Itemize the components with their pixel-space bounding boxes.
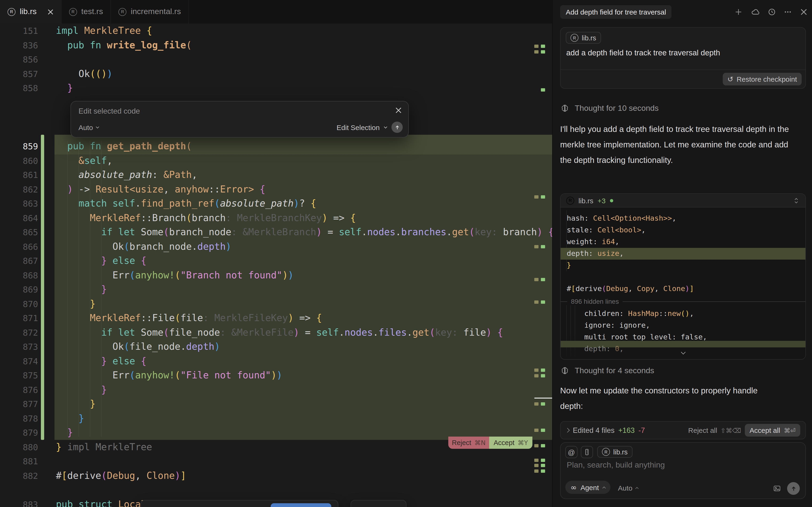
scrollbar-diff-mark (534, 45, 539, 48)
attach-image-icon[interactable] (773, 485, 781, 493)
message-input-card[interactable]: @ lib.rs Plan, search, build anything ∞ … (560, 442, 806, 499)
code-line[interactable]: } (56, 397, 96, 411)
hidden-lines-separator[interactable]: 896 hidden lines (561, 297, 805, 306)
scrollbar-diff-mark (541, 88, 545, 92)
reject-file-button[interactable]: Reject file (205, 506, 238, 507)
new-thread-icon[interactable] (732, 6, 744, 17)
code-line[interactable]: Ok(branch_node.depth) (56, 239, 232, 254)
code-line[interactable]: } (56, 411, 84, 426)
file-diff-card: lib.rs +3 896 hidden lines has (560, 193, 806, 359)
brain-icon (560, 104, 569, 113)
code-line[interactable]: if let Some(file_node: &MerkleFile) = se… (56, 325, 503, 340)
diff-code-line: hash: Cell<Option<Hash>>, (567, 213, 676, 224)
context-file-chip[interactable]: lib.rs (597, 446, 632, 458)
code-line[interactable]: } (56, 297, 96, 311)
code-line[interactable]: pub fn write_log_file( (56, 38, 192, 53)
expand-diff-icon[interactable] (793, 197, 800, 204)
scroll-down-icon[interactable] (681, 348, 684, 356)
accept-all-label: Accept all (750, 426, 780, 434)
code-line[interactable]: Err(anyhow!("Branch not found")) (56, 268, 294, 283)
code-line[interactable]: } else { (56, 354, 146, 369)
line-number: 871 (0, 311, 38, 325)
code-line[interactable]: if let Some(branch_node: &MerkleBranch) … (56, 225, 552, 239)
removed-lines-count: -7 (639, 426, 645, 435)
diff-file-name: lib.rs (578, 196, 593, 205)
scrollbar-diff-mark (541, 464, 545, 467)
code-line[interactable]: pub fn get_path_depth( (56, 139, 192, 154)
code-line[interactable]: } (56, 383, 107, 397)
more-options-icon[interactable] (782, 6, 793, 17)
diff-code-line: weight: i64, (567, 236, 619, 248)
line-number: 880 (0, 440, 38, 454)
code-line[interactable]: } impl MerkleTree (56, 440, 152, 454)
history-icon[interactable] (766, 6, 777, 17)
close-dialog-icon[interactable] (395, 107, 402, 114)
restore-checkpoint-button[interactable]: ↺ Restore checkpoint (723, 73, 802, 86)
edit-selection-button[interactable]: Edit Selection (337, 123, 380, 131)
close-tab-icon[interactable] (47, 9, 54, 15)
tab-test-rs[interactable]: test.rs (61, 0, 111, 23)
rules-button[interactable] (581, 446, 593, 458)
code-line[interactable]: #[derive(Debug, Clone)] (56, 468, 186, 483)
expand-edited-files-icon[interactable] (565, 428, 570, 433)
tab-label: incremental.rs (131, 7, 181, 16)
scrollbar-diff-mark (541, 300, 545, 304)
line-number: 865 (0, 225, 38, 239)
scrollbar-diff-mark (541, 374, 545, 378)
accept-file-button[interactable]: Accept file ⌘⏎ (271, 503, 332, 507)
code-line[interactable]: absolute_path: &Path, (56, 168, 197, 182)
model-selector[interactable]: Auto (618, 484, 638, 492)
edit-prompt-input[interactable]: Edit selected code (79, 107, 140, 115)
submit-edit-button[interactable] (392, 122, 403, 133)
model-selector[interactable]: Auto (79, 123, 99, 131)
tab-lib-rs[interactable]: lib.rs (0, 0, 61, 23)
scrollbar-diff-mark (534, 195, 539, 199)
accept-hunk-button[interactable]: Accept ⌘Y (489, 437, 532, 449)
thought-row[interactable]: Thought for 10 seconds (560, 104, 659, 113)
reject-hunk-button[interactable]: Reject ⌘N (448, 437, 489, 449)
mode-selector[interactable]: ∞ Agent (565, 481, 610, 494)
file-navigation-toolbar: 4 / 4 files (351, 500, 406, 507)
reject-all-button[interactable]: Reject all ⇧⌘⌫ (688, 426, 741, 434)
line-number: 883 (0, 497, 38, 507)
close-panel-icon[interactable] (798, 6, 809, 17)
reject-hunk-label: Reject (452, 439, 471, 446)
cloud-icon[interactable] (750, 6, 761, 17)
chevron-down-icon (96, 125, 99, 128)
code-line[interactable]: } (56, 425, 73, 440)
code-line[interactable]: } (56, 81, 73, 95)
code-line[interactable]: } (56, 282, 107, 297)
line-number: 862 (0, 182, 38, 197)
app-window: lib.rs test.rs incremental.rs 1518368568… (0, 0, 812, 507)
line-number: 882 (0, 468, 38, 483)
scrollbar-diff-mark (534, 369, 539, 372)
code-line[interactable]: impl MerkleTree { (56, 23, 152, 38)
context-file-chip[interactable]: lib.rs (566, 32, 601, 44)
code-line[interactable]: Ok(()) (56, 67, 112, 81)
tab-incremental-rs[interactable]: incremental.rs (111, 0, 189, 23)
code-line[interactable]: ) -> Result<usize, anyhow::Error> { (56, 182, 265, 197)
thought-row[interactable]: Thought for 4 seconds (560, 366, 654, 376)
code-line[interactable]: match self.find_path_ref(absolute_path)?… (56, 196, 316, 211)
model-selector-label: Auto (79, 123, 93, 131)
diff-card-header[interactable]: lib.rs +3 (561, 194, 805, 208)
scrollbar-diff-mark (534, 444, 539, 447)
rust-file-icon (566, 196, 574, 205)
thread-title[interactable]: Add depth field for tree traversal (560, 5, 672, 19)
mention-button[interactable]: @ (565, 446, 577, 458)
send-message-button[interactable] (787, 482, 800, 495)
code-line[interactable]: MerkleRef::Branch(branch: MerkleBranchKe… (56, 211, 356, 225)
code-line[interactable]: MerkleRef::File(file: MerkleFileKey) => … (56, 311, 322, 325)
message-input[interactable]: Plan, search, build anything (567, 460, 665, 470)
line-number: 869 (0, 282, 38, 297)
line-number: 878 (0, 411, 38, 426)
code-editor[interactable]: 1518368568578588598608618628638648658668… (0, 23, 552, 507)
line-number: 857 (0, 67, 38, 81)
code-line[interactable]: Ok(file_node.depth) (56, 339, 220, 354)
accept-all-button[interactable]: Accept all ⌘⏎ (745, 424, 800, 437)
code-line[interactable]: Err(anyhow!("File not found")) (56, 368, 282, 383)
code-line[interactable]: &self, (56, 154, 112, 168)
model-label: Auto (618, 484, 632, 492)
code-line[interactable]: } else { (56, 253, 146, 268)
restore-checkpoint-label: Restore checkpoint (737, 75, 797, 83)
